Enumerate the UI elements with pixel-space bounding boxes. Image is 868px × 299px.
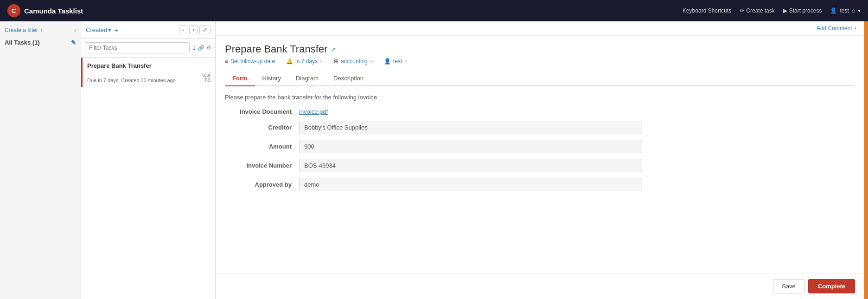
app-title: Camunda Tasklist: [24, 7, 83, 15]
filter-link-icon[interactable]: 🔗: [198, 45, 204, 51]
bell-icon: 🔔: [286, 58, 293, 65]
keyboard-shortcuts-link[interactable]: Keyboard Shortcuts: [683, 7, 731, 14]
tab-diagram[interactable]: Diagram: [288, 71, 326, 86]
form-table: Invoice Document invoice.pdf Creditor Am…: [225, 108, 642, 191]
invoice-pdf-link[interactable]: invoice.pdf: [299, 108, 328, 115]
expand-panel-button[interactable]: ⤢: [199, 25, 211, 34]
form-row-approved-by: Approved by: [225, 178, 642, 191]
label-invoice-document: Invoice Document: [225, 108, 299, 115]
assignee-label: test: [393, 58, 402, 65]
label-amount: Amount: [225, 143, 299, 150]
filter-icons: 1 🔗 ⚙: [192, 45, 211, 51]
group-icon: ⊞: [334, 58, 338, 65]
assignee-icon: 👤: [384, 58, 391, 65]
approved-by-input[interactable]: [299, 178, 642, 191]
group-badge[interactable]: ⊞ accounting ×: [334, 58, 373, 65]
sort-chevron-icon: ▾: [108, 26, 111, 33]
form-description: Please prepare the bank transfer for the…: [225, 94, 855, 101]
sidebar: Create a filter + ‹ All Tasks (1) ✎: [0, 21, 81, 299]
label-approved-by: Approved by: [225, 181, 299, 188]
create-filter-row: Create a filter + ‹: [0, 25, 81, 35]
sort-by-created[interactable]: Created ▾: [86, 26, 111, 33]
task-detail-title: Prepare Bank Transfer: [225, 43, 327, 55]
follow-up-icon: ≡: [225, 58, 228, 65]
complete-button[interactable]: Complete: [808, 279, 855, 293]
detail-tabs: Form History Diagram Description: [225, 71, 855, 86]
task-item[interactable]: Prepare Bank Transfer Due in 7 days, Cre…: [81, 58, 215, 87]
form-row-amount: Amount: [225, 140, 642, 153]
amount-input[interactable]: [299, 140, 642, 153]
user-icon: 👤: [830, 7, 837, 14]
detail-meta-row: ≡ Set follow-up date 🔔 in 7 days × ⊞ acc…: [225, 58, 855, 65]
task-meta: Due in 7 days, Created 33 minutes ago te…: [87, 72, 211, 83]
task-list-header: Created ▾ + ‹ › ⤢: [81, 21, 215, 39]
assignee-close-icon[interactable]: ×: [404, 59, 407, 64]
all-tasks-label: All Tasks (1): [5, 39, 40, 46]
brand-icon: C: [7, 4, 20, 17]
tab-history[interactable]: History: [255, 71, 288, 86]
task-priority: 50: [202, 78, 211, 83]
filter-count: 1: [192, 45, 196, 51]
add-task-button[interactable]: +: [114, 26, 118, 34]
value-invoice-number[interactable]: [299, 159, 642, 172]
start-process-icon: ▶: [783, 7, 787, 14]
tab-description[interactable]: Description: [326, 71, 371, 86]
edit-filter-icon[interactable]: ✎: [71, 39, 76, 46]
start-process-link[interactable]: ▶ Start process: [783, 7, 822, 14]
detail-top-bar: Add Comment +: [216, 21, 864, 36]
filter-tasks-input[interactable]: [85, 42, 190, 53]
label-invoice-number: Invoice Number: [225, 162, 299, 169]
due-close-icon[interactable]: ×: [320, 59, 323, 64]
user-section[interactable]: 👤 test ⌂ ▾: [830, 7, 861, 14]
top-navigation: C Camunda Tasklist Keyboard Shortcuts ✏ …: [0, 0, 868, 21]
form-row-creditor: Creditor: [225, 121, 642, 134]
main-layout: Create a filter + ‹ All Tasks (1) ✎ Crea…: [0, 21, 868, 299]
task-due: Due in 7 days, Created 33 minutes ago: [87, 78, 176, 83]
sidebar-collapse-button[interactable]: ‹: [74, 27, 76, 33]
label-creditor: Creditor: [225, 124, 299, 131]
username: test: [840, 7, 849, 14]
right-accent-bar: [864, 21, 868, 299]
create-task-icon: ✏: [740, 7, 744, 14]
due-label: in 7 days: [295, 58, 318, 65]
invoice-number-input[interactable]: [299, 159, 642, 172]
detail-title-row: Prepare Bank Transfer ↗: [225, 43, 855, 55]
creditor-input[interactable]: [299, 121, 642, 134]
task-list-panel: Created ▾ + ‹ › ⤢ 1 🔗 ⚙ Prepare Bank Tra…: [81, 21, 216, 299]
value-creditor[interactable]: [299, 121, 642, 134]
value-approved-by[interactable]: [299, 178, 642, 191]
value-invoice-document: invoice.pdf: [299, 108, 642, 115]
form-row-invoice-number: Invoice Number: [225, 159, 642, 172]
brand: C Camunda Tasklist: [7, 4, 683, 17]
follow-up-label: Set follow-up date: [230, 58, 275, 65]
next-page-button[interactable]: ›: [189, 25, 198, 34]
save-button[interactable]: Save: [773, 279, 804, 293]
detail-content: Prepare Bank Transfer ↗ ≡ Set follow-up …: [216, 36, 864, 273]
add-comment-button[interactable]: Add Comment +: [817, 25, 857, 32]
task-assignee: test: [202, 72, 211, 78]
due-date-badge[interactable]: 🔔 in 7 days ×: [286, 58, 323, 65]
home-icon[interactable]: ⌂: [852, 7, 855, 14]
chevron-down-icon[interactable]: ▾: [858, 7, 861, 14]
follow-up-date-button[interactable]: ≡ Set follow-up date: [225, 58, 275, 65]
task-title: Prepare Bank Transfer: [87, 62, 211, 69]
form-row-invoice-document: Invoice Document invoice.pdf: [225, 108, 642, 115]
filter-settings-icon[interactable]: ⚙: [206, 45, 211, 51]
value-amount[interactable]: [299, 140, 642, 153]
create-task-link[interactable]: ✏ Create task: [740, 7, 774, 14]
external-link[interactable]: ↗: [331, 46, 336, 53]
prev-page-button[interactable]: ‹: [179, 25, 187, 34]
tab-form[interactable]: Form: [225, 71, 255, 86]
create-filter-link[interactable]: Create a filter +: [5, 27, 43, 33]
task-list-nav: ‹ › ⤢: [179, 25, 211, 34]
detail-panel: Add Comment + Prepare Bank Transfer ↗ ≡ …: [216, 21, 864, 299]
assignee-badge[interactable]: 👤 test ×: [384, 58, 407, 65]
group-close-icon[interactable]: ×: [370, 59, 373, 64]
filter-input-row: 1 🔗 ⚙: [81, 39, 215, 58]
detail-action-bar: Save Complete: [216, 273, 864, 299]
group-label: accounting: [341, 58, 368, 65]
nav-links: Keyboard Shortcuts ✏ Create task ▶ Start…: [683, 7, 861, 14]
all-tasks-header: All Tasks (1) ✎: [0, 35, 81, 48]
